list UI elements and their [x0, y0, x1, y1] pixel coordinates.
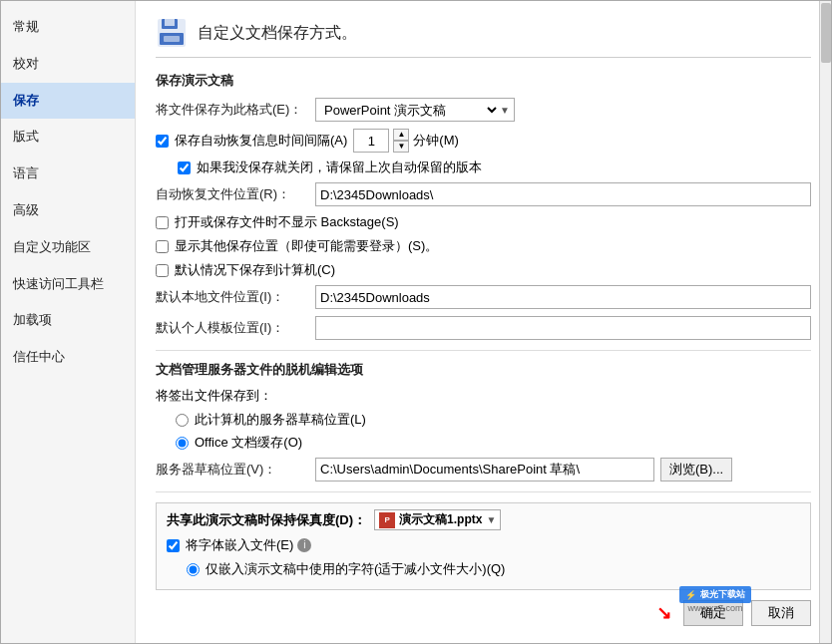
sidebar-item-quick-access[interactable]: 快速访问工具栏: [1, 266, 135, 303]
backstage-label: 打开或保存文件时不显示 Backstage(S): [175, 213, 399, 231]
server-section-title: 文档管理服务器文件的脱机编辑选项: [156, 361, 811, 379]
checkout-label-row: 将签出文件保存到：: [156, 387, 811, 405]
default-template-label: 默认个人模板位置(I)：: [156, 319, 315, 337]
keep-last-label: 如果我没保存就关闭，请保留上次自动保留的版本: [197, 159, 482, 176]
watermark-text: 极光下载站: [700, 588, 745, 601]
format-select[interactable]: PowerPoint 演示文稿: [320, 102, 500, 119]
default-template-input[interactable]: [315, 316, 811, 340]
default-local-label: 默认情况下保存到计算机(C): [175, 261, 335, 279]
file-name: 演示文稿1.pptx: [399, 511, 482, 528]
server-drafts-radio[interactable]: [176, 414, 189, 427]
show-other-row: 显示其他保存位置（即使可能需要登录）(S)。: [156, 237, 811, 255]
file-tag[interactable]: P 演示文稿1.pptx ▼: [374, 509, 501, 530]
spinner-down[interactable]: ▼: [393, 141, 409, 153]
office-cache-label: Office 文档缓存(O): [195, 434, 302, 452]
autorecovery-input[interactable]: [315, 182, 811, 206]
server-drafts-row: 此计算机的服务器草稿位置(L): [176, 411, 811, 429]
autosave-label: 保存自动恢复信息时间间隔(A): [175, 132, 347, 150]
watermark: ⚡ 极光下载站 www.xz7.com: [679, 586, 751, 613]
scrollbar[interactable]: [819, 1, 831, 643]
embed-fonts-checkbox[interactable]: [167, 539, 180, 552]
share-section-title: 共享此演示文稿时保持保真度(D)：: [167, 511, 366, 529]
cancel-button[interactable]: 取消: [751, 600, 811, 626]
checkout-label: 将签出文件保存到：: [156, 388, 272, 403]
sidebar-item-layout[interactable]: 版式: [1, 119, 135, 156]
sidebar-item-language[interactable]: 语言: [1, 156, 135, 192]
backstage-row: 打开或保存文件时不显示 Backstage(S): [156, 213, 811, 231]
sidebar-item-general[interactable]: 常规: [1, 9, 135, 46]
spinner-up[interactable]: ▲: [393, 129, 409, 141]
keep-last-checkbox[interactable]: [178, 161, 191, 174]
autosave-row: 保存自动恢复信息时间间隔(A) ▲ ▼ 分钟(M): [156, 129, 811, 153]
share-header: 共享此演示文稿时保持保真度(D)： P 演示文稿1.pptx ▼: [167, 509, 800, 530]
save-section-title: 保存演示文稿: [156, 72, 811, 90]
pptx-icon: P: [379, 512, 395, 528]
show-other-label: 显示其他保存位置（即使可能需要登录）(S)。: [175, 237, 438, 255]
autosave-checkbox[interactable]: [156, 135, 169, 148]
server-location-row: 服务器草稿位置(V)： 浏览(B)...: [156, 458, 811, 482]
autosave-minutes-input[interactable]: [353, 129, 389, 153]
default-location-row: 默认本地文件位置(I)：: [156, 285, 811, 309]
sidebar-item-proofing[interactable]: 校对: [1, 46, 135, 83]
server-location-label: 服务器草稿位置(V)：: [156, 461, 315, 479]
autorecovery-row: 自动恢复文件位置(R)：: [156, 182, 811, 206]
main-content: 自定义文档保存方式。 保存演示文稿 将文件保存为此格式(E)： PowerPoi…: [136, 1, 831, 643]
share-section: 共享此演示文稿时保持保真度(D)： P 演示文稿1.pptx ▼ ➤ 将字体嵌入…: [156, 502, 811, 590]
browse-button[interactable]: 浏览(B)...: [660, 458, 732, 482]
red-arrow-confirm: ↘: [656, 602, 671, 624]
keep-last-row: 如果我没保存就关闭，请保留上次自动保留的版本: [178, 159, 811, 176]
format-select-box[interactable]: PowerPoint 演示文稿 ▼: [315, 98, 515, 122]
default-location-input[interactable]: [315, 285, 811, 309]
embed-option1-row: 仅嵌入演示文稿中使用的字符(适于减小文件大小)(Q): [187, 560, 800, 578]
format-label: 将文件保存为此格式(E)：: [156, 101, 315, 119]
embed-fonts-row: ➤ 将字体嵌入文件(E) i: [167, 536, 800, 554]
sidebar-item-addins[interactable]: 加载项: [1, 302, 135, 339]
embed-fonts-label: 将字体嵌入文件(E): [186, 536, 293, 554]
sidebar-item-advanced[interactable]: 高级: [1, 192, 135, 229]
office-cache-row: Office 文档缓存(O): [176, 434, 811, 452]
scrollbar-thumb[interactable]: [821, 3, 831, 63]
svg-rect-2: [165, 19, 175, 26]
autosave-unit: 分钟(M): [413, 132, 459, 150]
office-cache-radio[interactable]: [176, 437, 189, 450]
page-header: 自定义文档保存方式。: [156, 17, 811, 58]
watermark-logo: ⚡: [685, 590, 696, 600]
sidebar-item-save[interactable]: 保存: [1, 83, 135, 120]
default-local-checkbox[interactable]: [156, 264, 169, 277]
svg-rect-4: [164, 36, 180, 42]
embed-option1-radio[interactable]: [187, 563, 200, 576]
sidebar-item-customize-ribbon[interactable]: 自定义功能区: [1, 229, 135, 266]
default-template-row: 默认个人模板位置(I)：: [156, 316, 811, 340]
dialog: 常规 校对 保存 版式 语言 高级 自定义功能区 快速访问工具栏 加载项 信任中…: [0, 0, 832, 644]
backstage-checkbox[interactable]: [156, 216, 169, 229]
file-dropdown-arrow[interactable]: ▼: [486, 514, 496, 525]
sidebar: 常规 校对 保存 版式 语言 高级 自定义功能区 快速访问工具栏 加载项 信任中…: [1, 1, 136, 643]
embed-option1-label: 仅嵌入演示文稿中使用的字符(适于减小文件大小)(Q): [206, 560, 505, 578]
server-drafts-label: 此计算机的服务器草稿位置(L): [195, 411, 366, 429]
server-location-input[interactable]: [315, 458, 654, 482]
save-icon: [156, 17, 188, 49]
format-row: 将文件保存为此格式(E)： PowerPoint 演示文稿 ▼: [156, 98, 811, 122]
default-local-row: 默认情况下保存到计算机(C): [156, 261, 811, 279]
show-other-checkbox[interactable]: [156, 240, 169, 253]
watermark-url: www.xz7.com: [687, 603, 742, 613]
page-title: 自定义文档保存方式。: [198, 23, 357, 44]
sidebar-item-trust-center[interactable]: 信任中心: [1, 339, 135, 376]
autosave-spinner: ▲ ▼: [393, 129, 409, 153]
default-location-label: 默认本地文件位置(I)：: [156, 288, 315, 306]
embed-fonts-info-icon[interactable]: i: [297, 538, 311, 552]
autorecovery-label: 自动恢复文件位置(R)：: [156, 185, 315, 203]
